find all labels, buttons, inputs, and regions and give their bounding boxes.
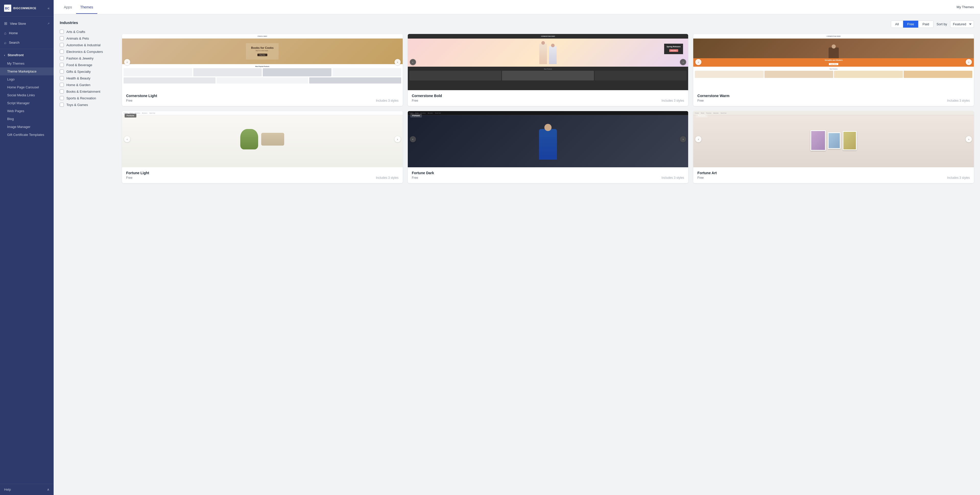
filter-label: Books & Entertainment (67, 90, 100, 94)
theme-card-cornerstone-light[interactable]: STENCIL DEMO Books for Cooks Dig in to a… (122, 34, 402, 106)
carousel-prev-button[interactable]: ‹ (695, 59, 702, 65)
checkbox-arts-crafts[interactable] (60, 30, 64, 34)
filter-free-button[interactable]: Free (903, 21, 918, 28)
sidebar-item-blog[interactable]: Blog (0, 115, 54, 123)
sidebar-item-homepage-carousel[interactable]: Home Page Carousel (0, 83, 54, 91)
filter-bar: All Free Paid Sort by Featured Newest Na… (122, 21, 974, 28)
price-filter-group: All Free Paid (891, 21, 934, 28)
checkbox-automotive[interactable] (60, 43, 64, 47)
checkbox-fashion[interactable] (60, 56, 64, 60)
theme-preview-cornerstone-light: STENCIL DEMO Books for Cooks Dig in to a… (122, 34, 402, 90)
theme-meta: Free Includes 3 styles (412, 99, 684, 102)
sidebar-item-social-media-links[interactable]: Social Media Links (0, 91, 54, 99)
filter-paid-button[interactable]: Paid (918, 21, 933, 28)
checkbox-sports[interactable] (60, 96, 64, 100)
sidebar-item-logo[interactable]: Logo (0, 75, 54, 83)
chevron-up-icon: ∧ (47, 488, 49, 492)
fortune-badge-dark: Fortune (410, 114, 422, 118)
top-tabs-bar: Apps Themes My Themes (54, 0, 980, 14)
filter-gifts[interactable]: Gifts & Specialty (60, 68, 116, 75)
tab-apps[interactable]: Apps (60, 0, 76, 14)
sidebar-collapse-button[interactable]: « (48, 6, 49, 10)
theme-card-cornerstone-warm[interactable]: CORNERSTONE DEMO (693, 34, 974, 106)
filter-sports[interactable]: Sports & Recreation (60, 95, 116, 102)
filter-arts-crafts[interactable]: Arts & Crafts (60, 29, 116, 35)
theme-preview-fortune-art: Fortune ProductsBrandsPromotionsAutomati… (693, 111, 974, 167)
theme-card-cornerstone-bold[interactable]: CORNERSTONE DEMO (408, 34, 689, 106)
main-content: Apps Themes My Themes Industries Arts & … (54, 0, 980, 495)
filter-food-beverage[interactable]: Food & Beverage (60, 62, 116, 68)
filter-electronics[interactable]: Electronics & Computers (60, 48, 116, 55)
checkbox-animals-pets[interactable] (60, 36, 64, 40)
carousel-next-button[interactable]: › (966, 136, 972, 142)
theme-preview-cornerstone-warm: CORNERSTONE DEMO (693, 34, 974, 90)
checkbox-health-beauty[interactable] (60, 76, 64, 80)
carousel-next-button[interactable]: › (395, 136, 401, 142)
theme-price: Free (697, 99, 704, 102)
sort-select[interactable]: Featured Newest Name (950, 21, 974, 28)
checkbox-home-garden[interactable] (60, 83, 64, 87)
preview-nav-text: STENCIL DEMO (258, 35, 267, 37)
carousel-next-button[interactable]: › (395, 59, 401, 65)
carousel-prev-button[interactable]: ‹ (410, 136, 416, 142)
search-icon: ⌕ (4, 40, 6, 45)
checkbox-toys[interactable] (60, 103, 64, 107)
theme-styles: Includes 3 styles (376, 99, 399, 102)
sidebar-item-web-pages[interactable]: Web Pages (0, 107, 54, 115)
sidebar-item-theme-marketplace[interactable]: Theme Marketplace (0, 67, 54, 75)
sidebar-item-my-themes[interactable]: My Themes (0, 59, 54, 67)
theme-meta: Free Includes 3 styles (697, 176, 970, 180)
sidebar-item-view-store[interactable]: ⊞ View Store ↗ (0, 19, 54, 29)
theme-preview-fortune-light: Fortune ProductsBrandsPromotionsAutomati… (122, 111, 402, 167)
theme-price: Free (697, 176, 704, 180)
sidebar-divider (0, 49, 54, 49)
theme-card-fortune-art[interactable]: Fortune ProductsBrandsPromotionsAutomati… (693, 111, 974, 183)
fortune-badge-art: Fortune (696, 114, 708, 118)
sidebar-item-script-manager[interactable]: Script Manager (0, 99, 54, 107)
theme-styles: Includes 3 styles (947, 176, 970, 180)
filter-label: Fashion & Jewelry (67, 56, 94, 60)
theme-card-fortune-light[interactable]: Fortune ProductsBrandsPromotionsAutomati… (122, 111, 402, 183)
filter-all-button[interactable]: All (891, 21, 903, 28)
fortune-badge-light: Fortune (125, 114, 136, 118)
sidebar-help[interactable]: Help ∧ (0, 484, 54, 495)
sidebar-item-home[interactable]: ⌂ Home (0, 29, 54, 38)
theme-card-fortune-dark[interactable]: Fortune ProductsBrandsPromotionsAutoma (408, 111, 689, 183)
filter-fashion[interactable]: Fashion & Jewelry (60, 55, 116, 62)
tab-themes[interactable]: Themes (76, 0, 97, 14)
preview-shop-btn: Shop Now (258, 54, 267, 56)
theme-price: Free (412, 99, 418, 102)
carousel-prev-button[interactable]: ‹ (124, 136, 130, 142)
sidebar-item-image-manager[interactable]: Image Manager (0, 123, 54, 131)
sidebar-item-gift-certificate-templates[interactable]: Gift Certificate Templates (0, 131, 54, 139)
filter-health-beauty[interactable]: Health & Beauty (60, 75, 116, 81)
filter-animals-pets[interactable]: Animals & Pets (60, 35, 116, 41)
filter-home-garden[interactable]: Home & Garden (60, 81, 116, 88)
brand-logo: BC BIGCOMMERCE (4, 5, 36, 12)
page-content: Industries Arts & Crafts Animals & Pets … (54, 14, 980, 495)
storefront-section-header[interactable]: ‹ Storefront (0, 51, 54, 59)
carousel-prev-button[interactable]: ‹ (124, 59, 130, 65)
sidebar-item-search[interactable]: ⌕ Search (0, 38, 54, 47)
carousel-prev-button[interactable]: ‹ (410, 59, 416, 65)
checkbox-food-beverage[interactable] (60, 63, 64, 67)
my-themes-link[interactable]: My Themes (956, 5, 974, 9)
sort-by-label: Sort by (937, 22, 947, 26)
preview-versatile: Versatile and Modern (694, 59, 973, 61)
filter-automotive[interactable]: Automotive & Industrial (60, 41, 116, 48)
carousel-prev-button[interactable]: ‹ (695, 136, 702, 142)
checkbox-books[interactable] (60, 89, 64, 94)
filter-label: Home & Garden (67, 83, 91, 87)
themes-area: All Free Paid Sort by Featured Newest Na… (122, 21, 974, 489)
carousel-next-button[interactable]: › (966, 59, 972, 65)
industries-title: Industries (60, 21, 116, 25)
filter-toys[interactable]: Toys & Games (60, 102, 116, 108)
carousel-next-button[interactable]: › (680, 59, 686, 65)
theme-styles: Includes 3 styles (662, 99, 684, 102)
sidebar-item-label: Search (9, 41, 19, 45)
checkbox-electronics[interactable] (60, 49, 64, 54)
checkbox-gifts[interactable] (60, 70, 64, 73)
filter-books[interactable]: Books & Entertainment (60, 88, 116, 95)
carousel-next-button[interactable]: › (680, 136, 686, 142)
themes-grid: STENCIL DEMO Books for Cooks Dig in to a… (122, 34, 974, 183)
